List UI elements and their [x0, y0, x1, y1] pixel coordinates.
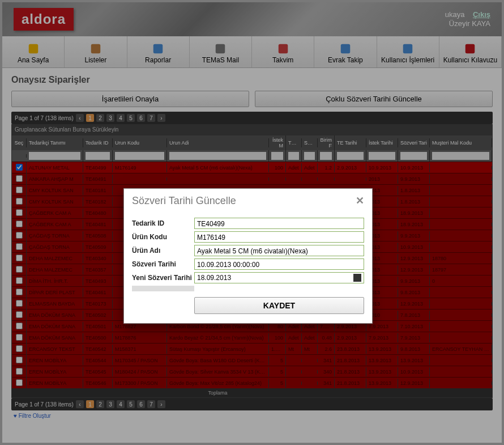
tedarik-id-value: TE40499 [194, 218, 364, 229]
dialog-save-button[interactable]: KAYDET [194, 297, 364, 314]
app-window: aldora ukaya Çıkış Üzeyir KAYA Ana Sayfa… [0, 0, 504, 445]
sozveri-tarihi-value: 10.09.2013 00:00:00 [194, 258, 364, 270]
urun-kodu-label: Ürün Kodu [132, 233, 194, 241]
dialog-close-button[interactable]: ✕ [356, 194, 364, 207]
urun-adi-value: Ayak Metal 5 CM (m6 civatalı)(Nexa) [194, 245, 364, 256]
calendar-icon[interactable] [353, 274, 361, 282]
sozveri-tarihi-label: Sözveri Tarihi [132, 260, 194, 268]
progress-bar [132, 286, 194, 291]
sozveri-update-dialog: Sözveri Tarihi Güncelle ✕ Tedarik ID TE4… [123, 188, 373, 324]
yeni-sozveri-input[interactable]: 18.09.2013 [194, 272, 364, 283]
urun-adi-label: Ürün Adı [132, 247, 194, 255]
tedarik-id-label: Tedarik ID [132, 219, 194, 227]
dialog-title: Sözveri Tarihi Güncelle [132, 195, 236, 207]
dialog-body: Tedarik ID TE40499 Ürün Kodu M176149 Ürü… [124, 212, 372, 323]
yeni-sozveri-label: Yeni Sözveri Tarihi [132, 274, 194, 282]
urun-kodu-value: M176149 [194, 231, 364, 243]
dialog-header: Sözveri Tarihi Güncelle ✕ [124, 189, 372, 212]
